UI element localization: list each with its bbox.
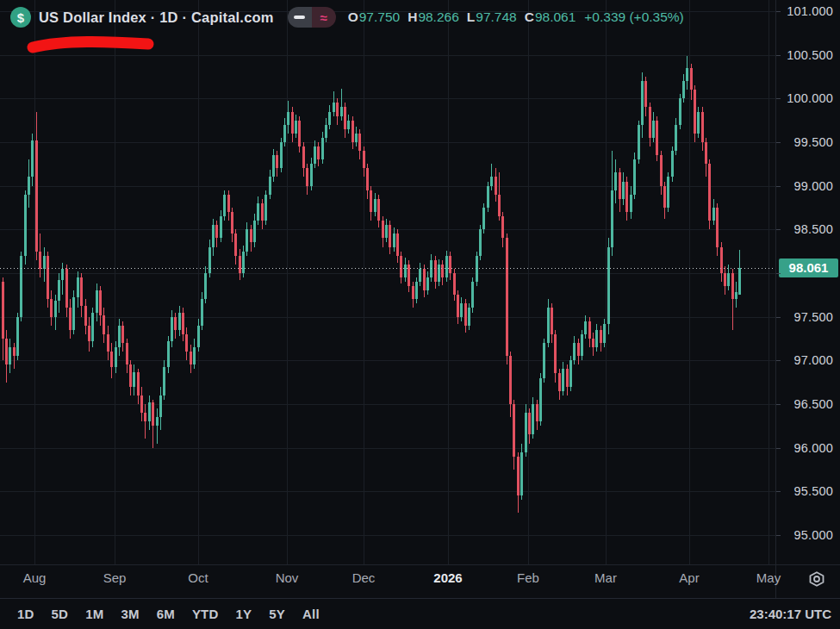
- price-tick-label: 97.500: [793, 310, 833, 324]
- chart-header: $ US Dollar Index · 1D · Capital.com ≈ O…: [10, 7, 684, 28]
- price-tick-label: 99.500: [793, 135, 833, 149]
- open-label: O: [348, 9, 358, 25]
- time-tick-label-nov[interactable]: Nov: [276, 570, 299, 585]
- dollar-icon: $: [10, 7, 31, 28]
- grid-lines: [0, 0, 775, 564]
- high-value: 98.266: [418, 9, 458, 25]
- range-buttons: 1D5D1M3M6MYTD1Y5YAll: [16, 605, 321, 623]
- range-button-1y[interactable]: 1Y: [234, 605, 254, 623]
- time-tick-label-2026[interactable]: 2026: [433, 570, 462, 585]
- price-tick-mark: [776, 98, 781, 99]
- bottom-toolbar: 1D5D1M3M6MYTD1Y5YAll 23:40:17 UTC: [0, 598, 840, 629]
- range-button-5y[interactable]: 5Y: [267, 605, 287, 623]
- time-tick-label-oct[interactable]: Oct: [188, 570, 208, 585]
- candlestick-chart: [0, 0, 775, 564]
- time-tick-label-feb[interactable]: Feb: [517, 570, 539, 585]
- low-label: L: [467, 9, 475, 25]
- price-tick-label: 99.000: [793, 179, 833, 193]
- price-axis[interactable]: 98.061 101.000100.500100.00099.50099.000…: [775, 0, 840, 598]
- low-value: 97.748: [476, 9, 516, 25]
- price-tick-label: 100.000: [787, 91, 833, 105]
- price-tick-mark: [776, 55, 781, 56]
- high-label: H: [408, 9, 417, 25]
- price-tick-mark: [776, 448, 781, 449]
- clock: 23:40:17 UTC: [750, 607, 831, 621]
- minus-icon[interactable]: [288, 7, 312, 28]
- price-tick-label: 97.000: [793, 353, 833, 367]
- chart-area[interactable]: $ US Dollar Index · 1D · Capital.com ≈ O…: [0, 0, 775, 564]
- range-button-1d[interactable]: 1D: [16, 605, 36, 623]
- close-value: 98.061: [535, 9, 576, 25]
- change-value: +0.339 (+0.35%): [584, 9, 683, 25]
- ohlc-readout: O 97.750 H 98.266 L 97.748 C 98.061 +0.3…: [348, 9, 684, 25]
- price-tick-mark: [776, 317, 781, 318]
- trading-chart-app: $ US Dollar Index · 1D · Capital.com ≈ O…: [0, 0, 840, 629]
- time-tick-label-dec[interactable]: Dec: [352, 570, 376, 585]
- approx-icon[interactable]: ≈: [312, 7, 336, 28]
- time-axis[interactable]: AugSepOctNovDec2026FebMarAprMay: [0, 564, 840, 598]
- range-button-all[interactable]: All: [301, 605, 321, 623]
- range-button-ytd[interactable]: YTD: [190, 605, 221, 623]
- price-tick-label: 96.000: [793, 441, 833, 455]
- price-tick-mark: [776, 491, 781, 492]
- time-tick-label-mar[interactable]: Mar: [594, 570, 617, 585]
- time-tick-label-sep[interactable]: Sep: [103, 570, 127, 585]
- price-tick-mark: [776, 404, 781, 405]
- time-tick-label-may[interactable]: May: [756, 570, 781, 585]
- price-tick-label: 95.000: [793, 528, 833, 542]
- price-tick-mark: [776, 273, 781, 274]
- time-tick-label-apr[interactable]: Apr: [679, 570, 699, 585]
- range-button-6m[interactable]: 6M: [155, 605, 177, 623]
- price-tick-label: 98.500: [793, 222, 833, 236]
- price-tick-label: 96.500: [793, 397, 833, 411]
- price-tick-mark: [776, 360, 781, 361]
- price-tick-mark: [776, 142, 781, 143]
- last-price-label: 98.061: [779, 258, 838, 277]
- close-label: C: [525, 9, 534, 25]
- symbol-title[interactable]: US Dollar Index · 1D · Capital.com: [39, 9, 274, 26]
- price-tick-label: 100.500: [787, 48, 833, 62]
- time-tick-label-aug[interactable]: Aug: [23, 570, 47, 585]
- range-button-1m[interactable]: 1M: [84, 605, 105, 623]
- price-tick-label: 95.500: [793, 484, 833, 498]
- settings-gear-icon[interactable]: [806, 569, 827, 589]
- price-tick-mark: [776, 11, 781, 12]
- price-tick-label: 101.000: [787, 4, 833, 18]
- open-value: 97.750: [359, 9, 400, 25]
- range-button-3m[interactable]: 3M: [119, 605, 140, 623]
- price-tick-mark: [776, 535, 781, 536]
- price-tick-mark: [776, 186, 781, 187]
- visibility-toggle[interactable]: ≈: [288, 7, 336, 28]
- range-button-5d[interactable]: 5D: [50, 605, 71, 623]
- price-tick-mark: [776, 229, 781, 230]
- candles: [2, 56, 741, 513]
